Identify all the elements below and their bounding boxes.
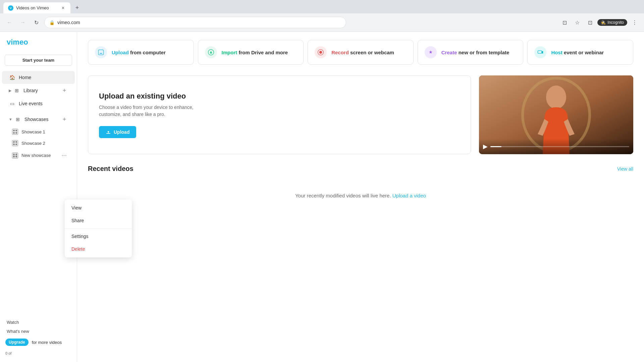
create-card[interactable]: Create new or from template — [418, 40, 524, 65]
vimeo-logo[interactable]: vimeo — [0, 37, 77, 55]
record-card-title: Record screen or webcam — [331, 50, 394, 55]
host-card-title: Host event or webinar — [551, 50, 604, 55]
sidebar-item-live-events-label: Live events — [19, 101, 43, 106]
showcases-header[interactable]: ▼ ⊞ Showcases + — [2, 113, 75, 126]
lock-icon: 🔒 — [49, 20, 55, 25]
create-card-text: Create new or from template — [441, 50, 509, 55]
sidebar-item-showcase1[interactable]: Showcase 1 — [2, 126, 75, 137]
watch-link[interactable]: Watch — [5, 318, 71, 327]
sidebar-item-home[interactable]: 🏠 Home — [2, 71, 75, 84]
recent-section: Recent videos View all Your recently mod… — [88, 165, 633, 212]
svg-point-10 — [546, 85, 566, 109]
library-add-button[interactable]: + — [61, 87, 68, 94]
address-bar[interactable]: 🔒 vimeo.com — [44, 17, 346, 28]
host-card[interactable]: Host event or webinar — [527, 40, 633, 65]
sidebar-item-live-events[interactable]: ▭ Live events — [2, 97, 75, 110]
showcases-section: ▼ ⊞ Showcases + Showcase 1 — [0, 113, 77, 162]
new-tab-button[interactable]: + — [72, 3, 82, 12]
import-card-icon — [205, 46, 217, 58]
upload-card-title: Upload from computer — [112, 50, 166, 55]
incognito-icon: 🕵 — [601, 20, 606, 25]
incognito-label: Incognito — [607, 20, 624, 25]
menu-button[interactable]: ⋮ — [629, 17, 640, 28]
back-button[interactable]: ← — [4, 17, 15, 28]
profile-icon[interactable]: ⊡ — [585, 17, 595, 28]
tab-close-button[interactable]: ✕ — [60, 5, 66, 11]
context-menu-view[interactable]: View — [65, 201, 132, 214]
showcases-expand-icon: ▼ — [9, 117, 12, 121]
main-content: Upload from computer Import from Drive a… — [77, 32, 644, 362]
live-events-icon: ▭ — [9, 100, 15, 107]
upload-card-text: Upload from computer — [112, 50, 166, 55]
reload-button[interactable]: ↻ — [31, 17, 42, 28]
video-controls: ▶ — [483, 143, 629, 150]
showcases-icon: ⊞ — [14, 116, 21, 123]
svg-text:vimeo: vimeo — [7, 38, 28, 46]
video-progress-bar[interactable] — [490, 146, 629, 147]
home-icon: 🏠 — [9, 74, 15, 81]
browser-chrome: V Videos on Vimeo ✕ + ← → ↻ 🔒 vimeo.com … — [0, 0, 644, 32]
upload-section: Upload an existing video Choose a video … — [88, 75, 471, 154]
sidebar-item-new-showcase[interactable]: New showcase ⋯ — [2, 149, 75, 162]
sidebar-item-showcase2[interactable]: Showcase 2 — [2, 137, 75, 149]
recent-view-all-link[interactable]: View all — [617, 166, 633, 172]
incognito-indicator: 🕵 Incognito — [597, 19, 627, 26]
context-menu-delete[interactable]: Delete — [65, 243, 132, 255]
tab-favicon: V — [8, 5, 13, 11]
sidebar-item-home-label: Home — [19, 75, 31, 80]
import-card-title: Import from Drive and more — [222, 50, 288, 55]
upload-btn-label: Upload — [114, 129, 129, 135]
upload-card-icon — [95, 46, 107, 58]
bookmark-icon[interactable]: ☆ — [572, 17, 583, 28]
video-progress-fill — [490, 146, 501, 147]
showcase1-icon — [12, 129, 18, 135]
status-bar: 0 of — [0, 350, 77, 357]
recent-empty-state: Your recently modified videos will live … — [88, 179, 633, 212]
upload-section-desc: Choose a video from your device to enhan… — [99, 104, 213, 118]
svg-rect-1 — [99, 50, 104, 55]
upload-card[interactable]: Upload from computer — [88, 40, 194, 65]
sidebar-bottom: Watch What's new Upgrade for more videos — [0, 314, 77, 350]
video-overlay: ▶ — [479, 139, 633, 154]
status-text: 0 of — [5, 351, 11, 355]
url-text: vimeo.com — [57, 20, 341, 25]
sidebar-item-library-label: Library — [23, 88, 38, 93]
content-row: Upload an existing video Choose a video … — [88, 75, 633, 154]
context-menu-settings[interactable]: Settings — [65, 230, 132, 243]
record-card[interactable]: Record screen or webcam — [308, 40, 414, 65]
browser-actions: ⊡ ☆ ⊡ 🕵 Incognito ⋮ — [559, 17, 640, 28]
page: vimeo Start your team 🏠 Home ▶ ⊞ Library… — [0, 32, 644, 362]
import-card[interactable]: Import from Drive and more — [198, 40, 304, 65]
showcases-label: Showcases — [24, 117, 49, 122]
sidebar: vimeo Start your team 🏠 Home ▶ ⊞ Library… — [0, 32, 77, 362]
start-team-button[interactable]: Start your team — [5, 55, 72, 66]
video-play-button[interactable]: ▶ — [483, 143, 488, 150]
upgrade-badge[interactable]: Upgrade — [5, 339, 29, 346]
cast-icon[interactable]: ⊡ — [559, 17, 570, 28]
context-menu-separator — [65, 228, 132, 229]
sidebar-item-library[interactable]: ▶ ⊞ Library + — [2, 84, 75, 97]
svg-point-4 — [319, 51, 322, 54]
active-tab[interactable]: V Videos on Vimeo ✕ — [3, 2, 70, 13]
whats-new-link[interactable]: What's new — [5, 327, 71, 336]
tab-title: Videos on Vimeo — [16, 5, 49, 10]
record-card-text: Record screen or webcam — [331, 50, 394, 55]
context-menu: View Share Settings Delete — [65, 199, 132, 257]
forward-button[interactable]: → — [17, 17, 28, 28]
host-card-icon — [534, 46, 546, 58]
tab-bar: V Videos on Vimeo ✕ + — [0, 0, 644, 13]
create-card-title: Create new or from template — [441, 50, 509, 55]
upload-button[interactable]: Upload — [99, 126, 136, 138]
library-icon: ⊞ — [13, 87, 20, 94]
context-menu-share[interactable]: Share — [65, 214, 132, 227]
create-card-icon — [425, 46, 437, 58]
new-showcase-more-button[interactable]: ⋯ — [60, 152, 68, 159]
library-expand-icon: ▶ — [9, 88, 11, 93]
sidebar-nav: 🏠 Home ▶ ⊞ Library + ▭ Live events — [0, 71, 77, 110]
recent-upload-link[interactable]: Upload a video — [392, 193, 426, 198]
new-showcase-label: New showcase — [21, 153, 51, 158]
showcases-add-button[interactable]: + — [61, 116, 68, 123]
showcase2-label: Showcase 2 — [21, 141, 45, 146]
recent-empty-text: Your recently modified videos will live … — [95, 193, 627, 198]
host-card-text: Host event or webinar — [551, 50, 604, 55]
